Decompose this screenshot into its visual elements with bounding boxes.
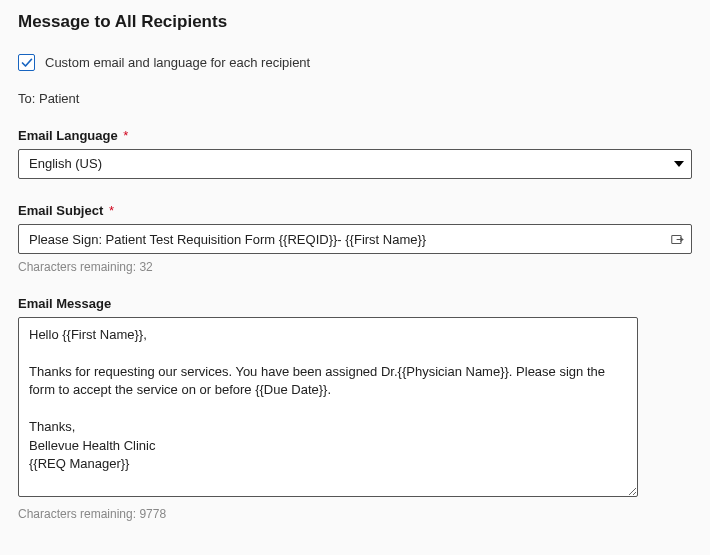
message-textarea[interactable]: [18, 317, 638, 497]
insert-field-button[interactable]: [664, 226, 690, 252]
language-select-wrap: English (US): [18, 149, 692, 179]
message-hint: Characters remaining: 9778: [18, 507, 692, 521]
check-icon: [21, 57, 33, 69]
custom-email-checkbox-row: Custom email and language for each recip…: [18, 54, 692, 71]
message-hint-prefix: Characters remaining:: [18, 507, 136, 521]
subject-hint-prefix: Characters remaining:: [18, 260, 136, 274]
message-hint-value: 9778: [139, 507, 166, 521]
custom-email-checkbox[interactable]: [18, 54, 35, 71]
custom-email-checkbox-label: Custom email and language for each recip…: [45, 55, 310, 70]
to-prefix: To:: [18, 91, 35, 106]
subject-input-wrap: [18, 224, 692, 254]
subject-hint-value: 32: [139, 260, 152, 274]
language-label: Email Language: [18, 128, 118, 143]
message-group: Email Message Characters remaining: 9778: [18, 296, 692, 521]
subject-label: Email Subject: [18, 203, 103, 218]
to-value: Patient: [39, 91, 79, 106]
required-marker: *: [121, 128, 128, 143]
required-marker: *: [107, 203, 114, 218]
insert-field-icon: [670, 231, 684, 248]
message-label: Email Message: [18, 296, 692, 311]
page-title: Message to All Recipients: [18, 12, 692, 32]
language-select[interactable]: English (US): [18, 149, 692, 179]
subject-label-row: Email Subject *: [18, 203, 692, 218]
subject-input[interactable]: [18, 224, 692, 254]
subject-hint: Characters remaining: 32: [18, 260, 692, 274]
to-line: To: Patient: [18, 91, 692, 106]
message-panel: Message to All Recipients Custom email a…: [0, 0, 710, 539]
subject-group: Email Subject * Characters remaining: 32: [18, 203, 692, 274]
language-group: Email Language * English (US): [18, 128, 692, 179]
language-label-row: Email Language *: [18, 128, 692, 143]
